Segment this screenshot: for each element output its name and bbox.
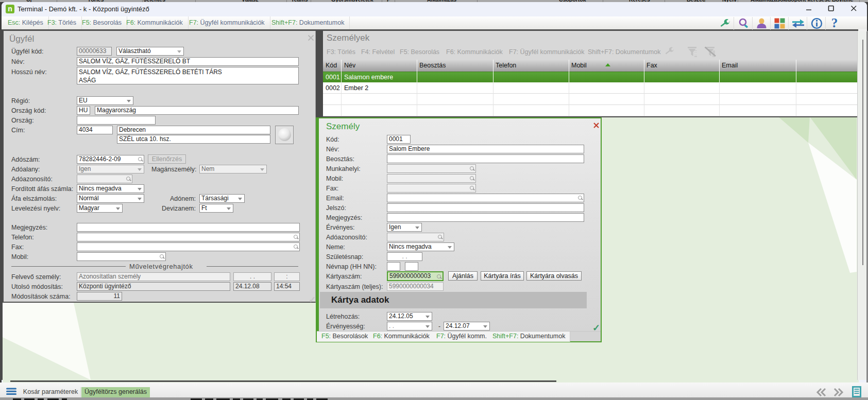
svg-text:?: ? bbox=[831, 17, 838, 30]
